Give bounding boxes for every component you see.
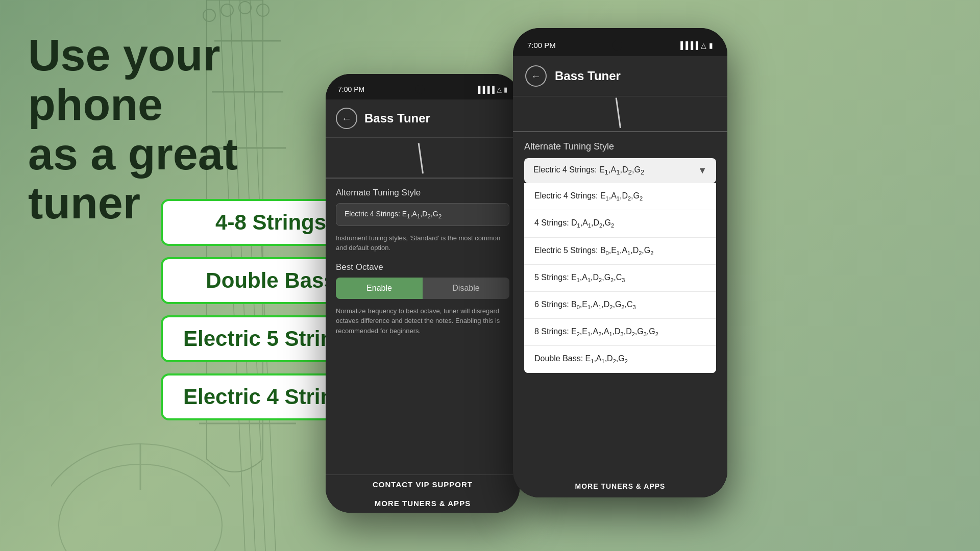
tuner-line-right xyxy=(513,131,727,132)
phone-right: 7:00 PM ▐▐▐▐ △ ▮ ← Bass Tuner Alternate … xyxy=(513,28,727,497)
phone-right-icons: ▐▐▐▐ △ ▮ xyxy=(678,41,713,49)
phone-left-content: Alternate Tuning Style Electric 4 String… xyxy=(326,179,520,474)
contact-support-button[interactable]: CONTACT VIP SUPPORT xyxy=(326,474,520,494)
alternate-tuning-title-left: Alternate Tuning Style xyxy=(336,188,509,198)
phone-left-screen: ← Bass Tuner Alternate Tuning Style Elec… xyxy=(326,99,520,513)
dropdown-selected-right[interactable]: Electric 4 Strings: E1,A1,D2,G2 ▼ xyxy=(524,158,716,183)
phone-right-back-button[interactable]: ← xyxy=(525,65,547,87)
hero-line1: Use your xyxy=(28,30,220,80)
phone-right-content: Alternate Tuning Style Electric 4 String… xyxy=(513,132,727,378)
enable-button[interactable]: Enable xyxy=(336,278,423,299)
tuner-needle-left xyxy=(326,138,520,179)
signal-icon: ▐▐▐▐ xyxy=(476,86,495,93)
wifi-icon: △ xyxy=(497,86,502,93)
phone-left-header: ← Bass Tuner xyxy=(326,99,520,138)
wifi-icon-right: △ xyxy=(701,41,706,49)
phone-right-time: 7:00 PM xyxy=(527,41,556,49)
battery-icon-right: ▮ xyxy=(709,41,713,49)
dropdown-list-right: Electric 4 Strings: E1,A1,D2,G2 4 String… xyxy=(524,183,716,372)
phone-left-status-bar: 7:00 PM ▐▐▐▐ △ ▮ xyxy=(326,74,520,99)
dropdown-right-selected-value: Electric 4 Strings: E1,A1,D2,G2 xyxy=(533,165,644,176)
dropdown-option-electric5[interactable]: Electric 5 Strings: B0,E1,A1,D2,G2 xyxy=(524,238,716,265)
dropdown-option-electric4[interactable]: Electric 4 Strings: E1,A1,D2,G2 xyxy=(524,183,716,210)
phone-right-status-bar: 7:00 PM ▐▐▐▐ △ ▮ xyxy=(513,28,727,56)
phone-left: 7:00 PM ▐▐▐▐ △ ▮ ← Bass Tuner Alternate … xyxy=(326,74,520,513)
phone-right-screen: ← Bass Tuner Alternate Tuning Style Elec… xyxy=(513,56,727,497)
phone-right-title: Bass Tuner xyxy=(555,69,621,83)
dropdown-left-value: Electric 4 Strings: E1,A1,D2,G2 xyxy=(345,210,442,219)
dropdown-arrow-icon: ▼ xyxy=(698,165,707,176)
phone-left-icons: ▐▐▐▐ △ ▮ xyxy=(476,86,507,93)
hero-line3: as a great xyxy=(28,129,238,179)
more-tuners-button-right[interactable]: MORE TUNERS & APPS xyxy=(513,475,727,497)
alternate-tuning-hint-left: Instrument tuning styles, 'Standard' is … xyxy=(336,233,509,253)
hero-line4: tuner xyxy=(28,178,140,228)
best-octave-toggle[interactable]: Enable Disable xyxy=(336,278,509,299)
phone-left-notch xyxy=(415,85,425,94)
tuner-line-left xyxy=(326,178,520,179)
dropdown-option-4strings[interactable]: 4 Strings: D1,A1,D2,G2 xyxy=(524,210,716,237)
signal-icon-right: ▐▐▐▐ xyxy=(678,41,698,49)
more-tuners-button-left[interactable]: MORE TUNERS & APPS xyxy=(326,494,520,513)
dropdown-option-doublebass[interactable]: Double Bass: E1,A1,D2,G2 xyxy=(524,346,716,372)
dropdown-option-5strings[interactable]: 5 Strings: E1,A1,D2,G2,C3 xyxy=(524,265,716,292)
dropdown-container-right: Electric 4 Strings: E1,A1,D2,G2 ▼ Electr… xyxy=(524,158,716,373)
dropdown-option-6strings[interactable]: 6 Strings: B0,E1,A1,D2,G2,C3 xyxy=(524,292,716,319)
battery-icon: ▮ xyxy=(504,86,507,93)
best-octave-title: Best Octave xyxy=(336,262,509,272)
phone-right-notch xyxy=(612,40,622,51)
tuner-needle-right xyxy=(513,96,727,132)
disable-button[interactable]: Disable xyxy=(423,278,509,299)
alternate-tuning-title-right: Alternate Tuning Style xyxy=(524,141,716,152)
needle-right xyxy=(615,97,621,128)
phone-left-back-button[interactable]: ← xyxy=(336,108,357,129)
phone-right-header: ← Bass Tuner xyxy=(513,56,727,96)
hero-line2: phone xyxy=(28,79,163,130)
alternate-tuning-dropdown-left[interactable]: Electric 4 Strings: E1,A1,D2,G2 xyxy=(336,203,509,226)
needle-left xyxy=(418,143,423,173)
dropdown-option-8strings[interactable]: 8 Strings: E2,E1,A2,A1,D3,D2,G3,G2 xyxy=(524,319,716,346)
normalize-description: Normalize frequency to best octave, tune… xyxy=(336,306,509,336)
phone-left-title: Bass Tuner xyxy=(364,111,430,126)
phone-left-time: 7:00 PM xyxy=(338,85,364,93)
